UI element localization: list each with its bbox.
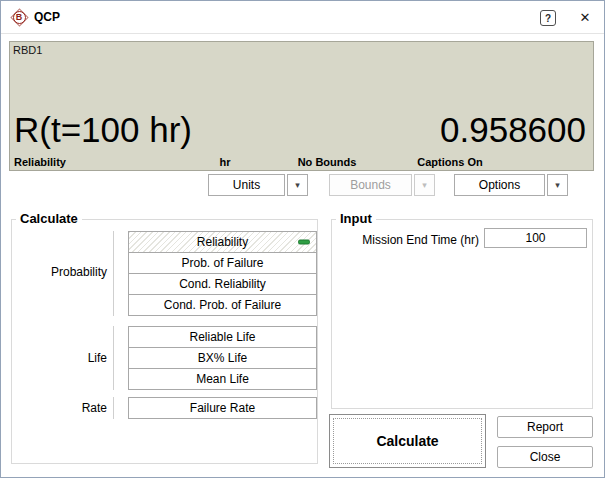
- result-value: 0.958600: [440, 110, 586, 150]
- report-button[interactable]: Report: [497, 416, 593, 438]
- bx-life-label: BX% Life: [198, 351, 247, 365]
- status-metric: Reliability: [14, 156, 66, 168]
- life-section-label: Life: [12, 351, 107, 365]
- life-button-stack: Reliable Life BX% Life Mean Life: [128, 326, 317, 390]
- prob-of-failure-label: Prob. of Failure: [181, 256, 263, 270]
- status-bounds: No Bounds: [298, 156, 357, 168]
- result-expression: R(t=100 hr): [14, 110, 192, 150]
- rate-section-label: Rate: [12, 401, 107, 415]
- calculate-button-label: Calculate: [376, 433, 438, 449]
- mean-life-button[interactable]: Mean Life: [128, 368, 317, 390]
- close-icon: ✕: [580, 10, 591, 25]
- chevron-down-icon: ▾: [555, 181, 560, 190]
- probability-separator: [113, 231, 114, 316]
- results-display-panel: RBD1 R(t=100 hr) 0.958600 Reliability hr…: [9, 41, 594, 171]
- cond-reliability-label: Cond. Reliability: [179, 277, 266, 291]
- chevron-down-icon: ▾: [422, 181, 427, 190]
- title-bar: B QCP ? ✕: [1, 1, 604, 34]
- input-groupbox-legend: Input: [336, 211, 376, 226]
- window-title: QCP: [34, 1, 60, 33]
- calculate-groupbox-legend: Calculate: [16, 211, 82, 226]
- app-icon: B: [10, 8, 28, 26]
- report-button-label: Report: [527, 420, 563, 434]
- close-button[interactable]: Close: [497, 446, 593, 468]
- rate-separator: [113, 397, 114, 419]
- prob-of-failure-button[interactable]: Prob. of Failure: [128, 252, 317, 274]
- selected-indicator: [298, 240, 310, 245]
- reliable-life-button[interactable]: Reliable Life: [128, 326, 317, 348]
- calculate-groupbox: Calculate Probability Reliability Prob. …: [11, 219, 318, 464]
- options-button[interactable]: Options: [454, 174, 545, 196]
- status-captions: Captions On: [417, 156, 482, 168]
- model-name: RBD1: [13, 44, 42, 56]
- reliability-button-label: Reliability: [197, 235, 248, 249]
- units-dropdown-arrow[interactable]: ▾: [287, 174, 308, 196]
- input-groupbox: Input Mission End Time (hr): [331, 219, 593, 409]
- help-button[interactable]: ?: [540, 10, 556, 26]
- chevron-down-icon: ▾: [295, 181, 300, 190]
- units-button[interactable]: Units: [208, 174, 285, 196]
- failure-rate-label: Failure Rate: [190, 401, 255, 415]
- qcp-window: B QCP ? ✕ RBD1 R(t=100 hr) 0.958600 Reli…: [0, 0, 605, 478]
- app-logo-letter: B: [10, 8, 28, 26]
- probability-button-stack: Reliability Prob. of Failure Cond. Relia…: [128, 231, 317, 316]
- rate-button-stack: Failure Rate: [128, 397, 317, 419]
- bounds-dropdown-arrow[interactable]: ▾: [414, 174, 435, 196]
- mission-end-time-field[interactable]: [484, 228, 587, 248]
- cond-prob-of-failure-button[interactable]: Cond. Prob. of Failure: [128, 294, 317, 316]
- bx-life-button[interactable]: BX% Life: [128, 347, 317, 369]
- cond-prob-of-failure-label: Cond. Prob. of Failure: [164, 298, 281, 312]
- life-separator: [113, 326, 114, 390]
- close-button-label: Close: [530, 450, 561, 464]
- mean-life-label: Mean Life: [196, 372, 249, 386]
- probability-section-label: Probability: [12, 265, 107, 279]
- bounds-button[interactable]: Bounds: [329, 174, 412, 196]
- window-close-button[interactable]: ✕: [576, 8, 594, 26]
- help-icon: ?: [545, 13, 551, 24]
- mission-end-time-label: Mission End Time (hr): [332, 233, 479, 247]
- calculate-button[interactable]: Calculate: [329, 414, 486, 468]
- reliable-life-label: Reliable Life: [189, 330, 255, 344]
- result-row: R(t=100 hr) 0.958600: [14, 110, 586, 150]
- cond-reliability-button[interactable]: Cond. Reliability: [128, 273, 317, 295]
- failure-rate-button[interactable]: Failure Rate: [128, 397, 317, 419]
- status-units: hr: [220, 156, 231, 168]
- reliability-button[interactable]: Reliability: [128, 231, 317, 253]
- options-dropdown-arrow[interactable]: ▾: [547, 174, 568, 196]
